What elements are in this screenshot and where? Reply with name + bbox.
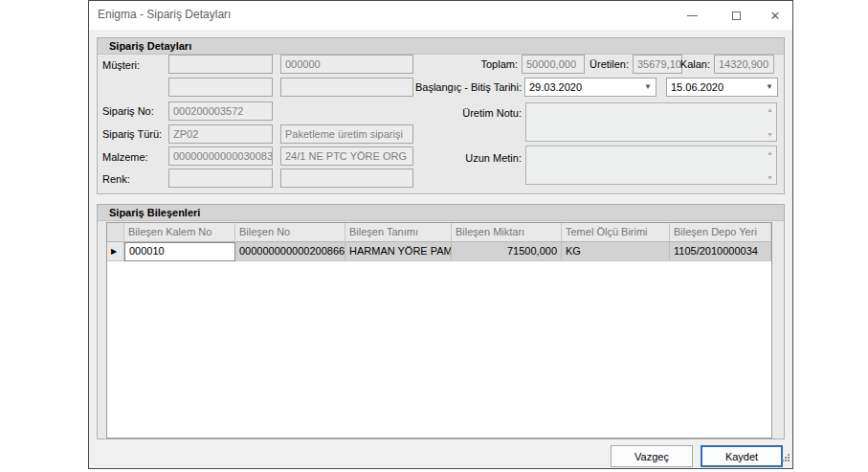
renk-code-field xyxy=(168,169,273,188)
column-header-miktar[interactable]: Bileşen Miktarı xyxy=(452,223,562,242)
close-button[interactable]: ✕ xyxy=(758,1,792,30)
dropdown-arrow-icon: ▼ xyxy=(644,83,652,91)
cell-bilesen-no[interactable]: 000000000000200866 xyxy=(235,242,345,261)
order-details-window: Enigma - Sipariş Detayları ✕ Sipariş Det… xyxy=(88,0,793,469)
grid-header-row: Bileşen Kalem No Bileşen No Bileşen Tanı… xyxy=(107,223,771,242)
start-date-combo[interactable]: 29.03.2020 ▼ xyxy=(524,78,657,97)
tarih-label: Başlangıç - Bitiş Tarihi: xyxy=(376,81,522,93)
title-bar: Enigma - Sipariş Detayları ✕ xyxy=(89,1,792,30)
table-row[interactable]: ▶ 000010 000000000000200866 HARMAN YÖRE … xyxy=(107,242,771,261)
column-header-kalem-no[interactable]: Bileşen Kalem No xyxy=(124,223,235,242)
save-button[interactable]: Kaydet xyxy=(701,445,783,467)
window-title: Enigma - Sipariş Detayları xyxy=(98,8,231,21)
minimize-button[interactable] xyxy=(670,1,714,30)
scroll-down-icon[interactable]: ▼ xyxy=(767,131,773,138)
grid-header-selector xyxy=(107,223,124,242)
uzun-metin-textarea[interactable]: ▲ ▼ xyxy=(525,146,777,185)
scroll-up-icon[interactable]: ▲ xyxy=(767,106,773,113)
uretim-notu-textarea[interactable]: ▲ ▼ xyxy=(525,102,777,142)
uzun-metin-label: Uzun Metin: xyxy=(414,152,522,164)
uretim-notu-label: Üretim Notu: xyxy=(414,107,522,119)
uretilen-label: Üretilen: xyxy=(581,58,629,70)
order-components-group-title: Sipariş Bileşenleri xyxy=(98,205,784,221)
column-header-depo[interactable]: Bileşen Depo Yeri xyxy=(670,223,771,242)
cell-tanim[interactable]: HARMAN YÖRE PAMUK xyxy=(345,242,452,261)
malzeme-label: Malzeme: xyxy=(102,151,148,163)
toplam-label: Toplam: xyxy=(434,58,518,70)
renk-desc-field xyxy=(280,169,413,188)
column-header-bilesen-no[interactable]: Bileşen No xyxy=(235,223,345,242)
maximize-icon xyxy=(732,11,741,20)
musteri-code-field xyxy=(168,55,273,74)
siparis-turu-desc-field: Paketleme üretim siparişi xyxy=(280,124,413,144)
scroll-up-icon[interactable]: ▲ xyxy=(767,149,773,156)
resize-grip-icon[interactable] xyxy=(780,449,790,466)
scroll-down-icon[interactable]: ▼ xyxy=(767,174,773,181)
malzeme-code-field: 000000000000300838 xyxy=(168,146,273,166)
siparis-no-field: 000200003572 xyxy=(168,101,273,121)
musteri-code2-field: 000000 xyxy=(280,55,413,74)
cell-miktar[interactable]: 71500,000 xyxy=(452,242,562,261)
minimize-icon xyxy=(687,15,698,16)
cancel-button[interactable]: Vazgeç xyxy=(611,445,693,467)
maximize-button[interactable] xyxy=(714,1,758,30)
kalan-label: Kalan: xyxy=(668,58,710,70)
musteri-label: Müşteri: xyxy=(102,59,140,71)
kalan-field: 14320,900 xyxy=(714,55,774,74)
malzeme-desc-field: 24/1 NE PTC YÖRE ORG xyxy=(280,146,413,166)
cell-depo[interactable]: 1105/2010000034 xyxy=(670,242,771,261)
window-controls: ✕ xyxy=(670,1,792,30)
end-date-value: 15.06.2020 xyxy=(671,81,723,93)
cell-birim[interactable]: KG xyxy=(562,242,670,261)
row-pointer-icon[interactable]: ▶ xyxy=(107,242,124,261)
siparis-turu-label: Sipariş Türü: xyxy=(102,128,162,140)
cell-kalem-no-editor[interactable]: 000010 xyxy=(124,242,235,261)
column-header-tanim[interactable]: Bileşen Tanımı xyxy=(345,223,452,242)
start-date-value: 29.03.2020 xyxy=(529,81,582,93)
end-date-combo[interactable]: 15.06.2020 ▼ xyxy=(666,78,778,97)
toplam-field: 50000,000 xyxy=(522,55,585,74)
column-header-birim[interactable]: Temel Ölçü Birimi xyxy=(562,223,670,242)
renk-label: Renk: xyxy=(102,173,130,185)
siparis-turu-code-field: ZP02 xyxy=(168,124,273,144)
musteri-name-field xyxy=(168,78,273,97)
siparis-no-label: Sipariş No: xyxy=(102,105,154,117)
components-grid: Bileşen Kalem No Bileşen No Bileşen Tanı… xyxy=(106,222,772,438)
order-details-group-title: Sipariş Detayları xyxy=(98,38,784,55)
dropdown-arrow-icon: ▼ xyxy=(766,83,773,91)
